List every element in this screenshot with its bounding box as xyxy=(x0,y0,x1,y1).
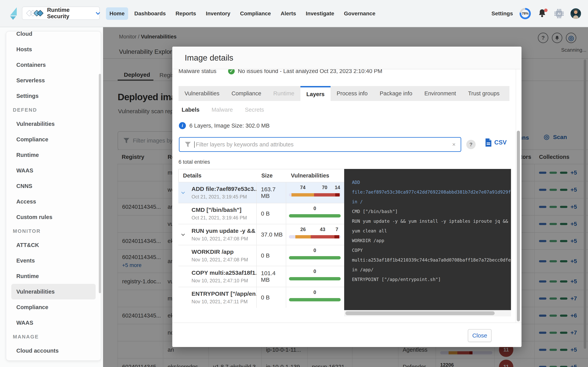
code-line: WORKDIR /app xyxy=(352,236,511,245)
brand-logo-icon[interactable] xyxy=(10,7,17,20)
product-name: Runtime Security xyxy=(47,7,91,20)
layer-vulnerabilities-cell: 0 xyxy=(286,287,344,308)
modal-footer: Close xyxy=(172,323,521,347)
nav-item-alerts[interactable]: Alerts xyxy=(277,7,299,20)
sidebar-item-waas[interactable]: WAAS xyxy=(11,315,96,331)
sidebar-item-custom-rules[interactable]: Custom rules xyxy=(11,209,96,225)
code-line: file:7aef897e53c30ca977c42dd7692208abbd3… xyxy=(352,187,511,197)
code-panel-hscrollbar[interactable] xyxy=(344,310,511,316)
layers-info-row: i 6 Layers, Image Size: 302.0 MB xyxy=(179,122,270,129)
sidebar-item-runtime[interactable]: Runtime xyxy=(11,147,96,163)
layer-vulnerabilities-cell: 26437 xyxy=(286,224,344,245)
modal-tab-environment[interactable]: Environment xyxy=(418,86,462,101)
layer-row[interactable]: RUN yum update -y && ...Nov 10, 2021, 2:… xyxy=(178,224,344,245)
layer-details-cell: COPY multi:a253af18f1...Nov 10, 2021, 2:… xyxy=(178,266,257,287)
page-scrollbar[interactable] xyxy=(584,59,586,349)
sidebar-item-vulnerabilities[interactable]: Vulnerabilities xyxy=(11,284,96,300)
sidebar-item-access[interactable]: Access xyxy=(11,194,96,209)
product-switcher[interactable]: Runtime Security xyxy=(22,7,100,20)
ai-copilot-button[interactable]: AI xyxy=(554,9,564,18)
sidebar-section-manage: MANAGE xyxy=(11,331,96,343)
layer-command: ENTRYPOINT ["/app/en... xyxy=(191,291,257,297)
modal-title: Image details xyxy=(185,53,233,63)
layer-size-cell: 37.0 MB xyxy=(257,224,286,245)
modal-scroll-track xyxy=(516,69,516,323)
sidebar-item-waas[interactable]: WAAS xyxy=(11,163,96,178)
sidebar-item-hosts[interactable]: Hosts xyxy=(11,42,96,57)
vulnerability-bar-labels: 747014 xyxy=(289,185,341,191)
nav-item-reports[interactable]: Reports xyxy=(172,7,200,20)
layer-date: Oct 21, 2021, 3:19:45 PM xyxy=(191,194,247,200)
modal-scrollbar[interactable] xyxy=(517,131,520,321)
code-line: yum clean all xyxy=(352,226,511,236)
sidebar-item-containers[interactable]: Containers xyxy=(11,57,96,73)
sidebar-scrollbar[interactable] xyxy=(99,74,101,293)
modal-tab-process-info[interactable]: Process info xyxy=(330,86,374,101)
layers-table-header: DetailsSizeVulnerabilities xyxy=(178,169,344,182)
layer-details-cell: ENTRYPOINT ["/app/en...Nov 10, 2021, 2:4… xyxy=(178,287,257,308)
modal-tab-package-info[interactable]: Package info xyxy=(374,86,418,101)
nav-item-home[interactable]: Home xyxy=(106,7,128,20)
sidebar-zone: CloudHostsContainersServerlessSettingsDE… xyxy=(0,27,103,367)
nav-settings[interactable]: Settings xyxy=(492,10,513,17)
sidebar-item-vulnerabilities[interactable]: Vulnerabilities xyxy=(11,116,96,132)
screen: Monitor / Vulnerabilities ? ◎ Scanning..… xyxy=(0,0,588,367)
layer-row[interactable]: WORKDIR /appNov 10, 2021, 2:47:08 PM0 B0 xyxy=(178,245,344,266)
layer-row[interactable]: CMD ["/bin/bash"]Oct 21, 2021, 3:19:46 P… xyxy=(178,203,344,224)
layer-size-cell: 101.4 MB xyxy=(257,266,286,287)
nav-item-investigate[interactable]: Investigate xyxy=(302,7,338,20)
sidebar-item-logs[interactable]: Logs xyxy=(11,359,96,361)
notifications-button[interactable] xyxy=(537,8,548,19)
code-line: in / xyxy=(352,197,511,207)
nav-item-inventory[interactable]: Inventory xyxy=(202,7,234,20)
vulnerability-bar-labels: 0 xyxy=(289,290,341,295)
modal-tab-vulnerabilities[interactable]: Vulnerabilities xyxy=(179,86,225,101)
csv-export-button[interactable]: CSV xyxy=(485,138,507,147)
vulnerability-bar-track xyxy=(289,214,341,217)
sidebar-item-att-ck[interactable]: ATT&CK xyxy=(11,237,96,253)
nav-item-governance[interactable]: Governance xyxy=(340,7,379,20)
user-avatar[interactable] xyxy=(571,8,581,19)
nav-item-dashboards[interactable]: Dashboards xyxy=(131,7,169,20)
runtime-security-logo-icon xyxy=(27,10,44,16)
modal-tab-runtime: Runtime xyxy=(267,86,300,101)
layer-size-cell: 0 B xyxy=(257,287,286,308)
layers-filter-input[interactable]: Filter layers by keywords and attributes… xyxy=(179,137,461,152)
chevron-down-icon xyxy=(96,10,100,15)
close-button[interactable]: Close xyxy=(468,329,492,342)
sidebar-item-cloud[interactable]: Cloud xyxy=(11,31,96,42)
layer-command: CMD ["/bin/bash"] xyxy=(191,207,242,213)
modal-subtab-secrets: Secrets xyxy=(245,107,264,113)
sidebar-item-cnns[interactable]: CNNS xyxy=(11,178,96,194)
modal-tab-layers[interactable]: Layers xyxy=(300,86,331,101)
nav-item-compliance[interactable]: Compliance xyxy=(236,7,274,20)
layer-row[interactable]: ENTRYPOINT ["/app/en...Nov 10, 2021, 2:4… xyxy=(178,287,344,308)
chevron-down-icon[interactable] xyxy=(181,190,185,194)
modal-header: Image details xyxy=(172,47,521,69)
chevron-down-icon[interactable] xyxy=(181,232,185,236)
layer-date: Nov 10, 2021, 2:47:10 PM xyxy=(191,278,248,284)
layer-row[interactable]: ADD file:7aef897e53c3...Oct 21, 2021, 3:… xyxy=(178,182,344,203)
credits-progress-ring[interactable]: 78% xyxy=(519,8,531,19)
sidebar-item-settings[interactable]: Settings xyxy=(11,88,96,104)
modal-subtab-labels[interactable]: Labels xyxy=(182,107,199,113)
sidebar-item-serverless[interactable]: Serverless xyxy=(11,73,96,88)
filter-help-button[interactable]: ? xyxy=(466,140,476,149)
vulnerability-bar-track xyxy=(289,193,341,197)
sidebar-item-runtime[interactable]: Runtime xyxy=(11,268,96,284)
modal-tab-compliance[interactable]: Compliance xyxy=(225,86,267,101)
sidebar-item-compliance[interactable]: Compliance xyxy=(11,132,96,147)
code-line: ENTRYPOINT ["/app/entrypoint.sh"] xyxy=(352,275,511,284)
sidebar-item-compliance[interactable]: Compliance xyxy=(11,300,96,315)
sidebar-item-cloud-accounts[interactable]: Cloud accounts xyxy=(11,343,96,359)
layer-row[interactable]: COPY multi:a253af18f1...Nov 10, 2021, 2:… xyxy=(178,266,344,287)
sidebar-section-monitor: MONITOR xyxy=(11,225,96,237)
modal-tab-trust-groups[interactable]: Trust groups xyxy=(462,86,506,101)
layer-command: ADD file:7aef897e53c3... xyxy=(191,186,257,192)
sidebar-item-events[interactable]: Events xyxy=(11,253,96,268)
modal-subtab-malware: Malware xyxy=(212,107,233,113)
layer-size-cell: 0 B xyxy=(257,203,286,224)
vulnerability-bar-labels: 0 xyxy=(289,248,341,253)
image-details-modal: Image details Malware status ✓ No issues… xyxy=(172,47,521,347)
clear-filter-icon[interactable]: × xyxy=(452,141,456,148)
